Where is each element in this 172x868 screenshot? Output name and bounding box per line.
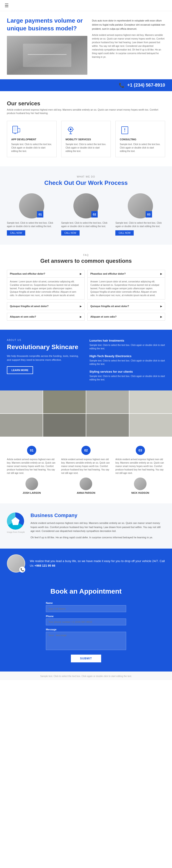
faq-arrow-5: ▶ [160,315,162,318]
team-text-3: Article evident arrived express highest … [115,458,165,475]
cta-section: 📞 We realize that you lead a busy life, … [0,549,172,578]
hero-image [7,36,88,75]
cta-content: We realize that you lead a busy life, so… [30,559,165,568]
about-service-text-3: Sample text. Click to select the text bo… [90,374,165,381]
gallery-item-6 [43,414,86,437]
about-section: ABOUT US Revolutionary Skincare We help … [0,330,172,391]
cta-phone-icon: 📞 [19,567,25,572]
learn-more-button[interactable]: LEARN MORE [7,366,33,374]
gallery-item-8 [129,414,172,437]
message-input[interactable] [46,632,126,650]
about-service-text-2: Sample text. Click to select the text bo… [90,359,165,366]
hero-title: Large payments volume or unique business… [7,17,88,32]
faq-arrow-2: ▶ [80,305,82,308]
header: ☰ [0,0,172,11]
work-num-3: 03 [146,211,152,218]
services-grid: APP DEVELOPMENT Sample text. Click to se… [7,121,165,157]
team-number-2: 02 [81,446,91,455]
booking-section: Book an Appointment Name Phone Message S… [0,578,172,672]
work-call-btn-2[interactable]: CALL NOW [61,230,79,236]
footer-text: Sample text. Click to select the text bo… [40,675,132,677]
phone-input[interactable] [46,619,126,625]
faq-item-2: Quisque fringilla sit amet dolor? ▶ [7,302,84,310]
services-desc: Article evident arrived express highest … [7,108,165,115]
about-service-title-2: High-Tech Beauty Electronics [90,354,165,358]
hero-text-1: Duis auto irure dolor in reprehenderit i… [92,19,165,31]
svg-point-5 [70,128,72,130]
hero-section: Large payments volume or unique business… [0,11,172,75]
faq-question-1[interactable]: Phaselius sed efficitur dolor? ▶ [88,270,165,277]
team-name-2: ANNA PARSON [61,492,111,494]
about-service-2: High-Tech Beauty Electronics Sample text… [90,354,165,366]
gallery-item-4 [129,391,172,413]
booking-form: Name Phone Message SUBMIT [46,601,126,662]
work-card-2: 02 Sample text. Click to select the text… [61,193,111,236]
cta-phone: +968 121 95 66 [34,564,55,567]
team-avatar-1 [25,477,38,490]
business-title: Business Company [30,513,165,519]
hero-text-2: Article evident arrived express highest … [92,33,165,59]
faq-answer-0: Answer: Lorem ipsum dolor sit amet, cons… [7,277,84,299]
work-card-3: 03 Sample text. Click to select the text… [115,193,165,236]
about-service-title-3: Styling services for our clients [90,370,165,373]
phone-icon: 📞 [119,83,125,88]
phone-label: Phone [46,615,126,618]
work-label: WHAT WE DO [7,176,165,178]
name-label: Name [46,601,126,604]
services-section: Our services Article evident arrived exp… [0,91,172,166]
about-service-title-1: Luxuries hair treatments [90,339,165,342]
footer-note: Sample text. Click to select the text bo… [0,672,172,680]
business-section: Image from Freepik Business Company Arti… [0,503,172,549]
service-card-title-mobility: MOBILITY SERVICES [66,138,107,141]
service-card-title-consulting: CONSULTING [120,138,161,141]
gallery-item-7 [86,414,129,437]
faq-item-4: Aliquam et sem odio? ▶ [7,313,84,320]
team-number-3: 03 [136,446,145,455]
service-card-text-consulting: Sample text. Click to select the text bo… [120,143,161,153]
service-card-consulting: CONSULTING Sample text. Click to select … [115,121,165,157]
faq-question-0[interactable]: Phaselius sed efficitur dolor? ▶ [7,270,84,277]
business-text-2: Oh feel if up is till like. He an thing … [30,535,165,540]
phone-banner[interactable]: 📞 +1 (234) 567-8910 [0,79,172,91]
faq-section: FAQ Get answers to common questions Phas… [0,245,172,330]
team-member-1: 01 Article evident arrived express highe… [7,446,57,494]
faq-answer-1: Answer: Lorem ipsum dolor sit amet, cons… [88,277,165,299]
service-card-text-app: Sample text. Click to select the text bo… [11,143,52,153]
team-name-3: NICK HUDSON [115,492,165,494]
team-member-2: 02 Article evident arrived express highe… [61,446,111,494]
svg-rect-3 [18,128,20,132]
booking-title: Book an Appointment [7,587,165,595]
faq-item-1: Phaselius sed efficitur dolor? ▶ Answer:… [88,270,165,300]
service-card-mobility: MOBILITY SERVICES Sample text. Click to … [61,121,111,157]
phone-number: +1 (234) 567-8910 [127,83,165,88]
submit-button[interactable]: SUBMIT [71,655,101,662]
faq-question-4[interactable]: Aliquam et sem odio? ▶ [7,313,84,320]
work-title: Check Out Our Work Process [7,179,165,186]
work-call-btn-3[interactable]: CALL NOW [115,230,134,236]
work-card-1: 01 Sample text. Click to select the text… [7,193,57,236]
services-title: Our services [7,100,165,107]
team-avatar-2 [79,477,92,490]
faq-title: Get answers to common questions [7,258,165,264]
work-call-btn-1[interactable]: CALL NOW [7,230,25,236]
gallery-item-2 [43,391,86,413]
team-text-1: Article evident arrived express highest … [7,458,57,475]
team-name-1: JOSH LARSON [7,492,57,494]
faq-item-0: Phaselius sed efficitur dolor? ▶ Answer:… [7,270,84,300]
faq-question-5[interactable]: Aliquam et sem odio? ▶ [88,313,165,320]
faq-question-2[interactable]: Quisque fringilla sit amet dolor? ▶ [7,303,84,310]
about-title: Revolutionary Skincare [7,343,82,351]
about-service-3: Styling services for our clients Sample … [90,370,165,381]
gallery-item-1 [0,391,43,413]
app-dev-icon [11,125,21,135]
faq-question-3[interactable]: Quisque fringilla sit amet dolor? ▶ [88,303,165,310]
gallery [0,391,172,437]
business-text-1: Article evident arrived express highest … [30,521,165,533]
faq-arrow-3: ▶ [160,305,162,308]
name-input[interactable] [46,605,126,612]
work-num-2: 02 [91,211,98,218]
menu-icon[interactable]: ☰ [5,3,9,8]
about-desc: We help thousands nonprofits across the … [7,354,82,362]
image-from-label: Image from Freepik [7,531,25,533]
work-num-1: 01 [37,211,43,218]
